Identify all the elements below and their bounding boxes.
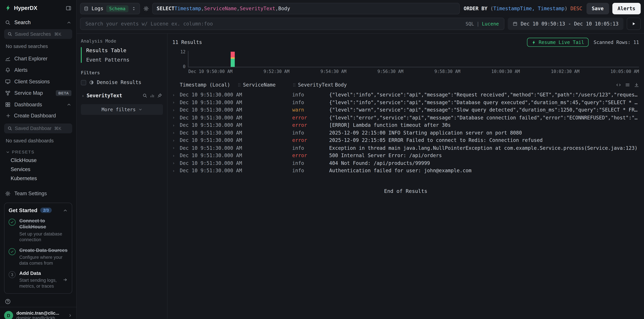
chevron-right-icon[interactable]: ›	[82, 93, 84, 98]
table-row[interactable]: › Dec 10 9:51:30.000 AM info {"level":"i…	[172, 91, 639, 99]
cell-body: {"level":"error","service":"api","messag…	[329, 115, 639, 120]
row-expand-chevron[interactable]: ›	[172, 93, 180, 97]
row-expand-chevron[interactable]: ›	[172, 161, 180, 165]
saved-searches-input[interactable]	[15, 31, 52, 37]
preset-item-services[interactable]: Services	[0, 165, 76, 174]
no-saved-searches-text: No saved searches	[0, 41, 76, 53]
step-desc: Configure where your data comes from	[19, 254, 68, 266]
col-header-body[interactable]: Body	[329, 82, 612, 88]
preset-item-kubernetes[interactable]: Kubernetes	[0, 174, 76, 183]
x-tick-label: 9:56:30 AM	[377, 69, 404, 74]
order-by-clause[interactable]: ORDER BY (TimestampTime, Timestamp) DESC	[463, 6, 583, 11]
collapse-sidebar-icon[interactable]	[66, 5, 71, 11]
event-search-box[interactable]: SQL | Lucene	[80, 17, 504, 30]
sql-select-input[interactable]: SELECT Timestamp,ServiceName,SeverityTex…	[152, 3, 460, 14]
filter-search-icon[interactable]	[142, 93, 147, 98]
table-row[interactable]: › Dec 10 9:51:30.000 AM info {"level":"i…	[172, 99, 639, 106]
search-input[interactable]	[86, 21, 462, 27]
row-expand-chevron[interactable]: ›	[172, 115, 180, 120]
saved-dashboards-input[interactable]	[15, 125, 52, 131]
sidebar-item-alerts[interactable]: Alerts	[0, 64, 76, 76]
get-started-step-add-data[interactable]: 3 Add Data Start sending logs, metrics, …	[8, 270, 68, 289]
table-row[interactable]: › Dec 10 9:51:30.000 AM info Authenticat…	[172, 167, 639, 175]
filter-group-severitytext[interactable]: › SeverityText	[81, 91, 163, 102]
row-expand-chevron[interactable]: ›	[172, 100, 180, 105]
get-started-step-sources[interactable]: Create Data Sources Configure where your…	[8, 247, 68, 266]
filter-chart-icon[interactable]	[150, 93, 155, 98]
get-started-step-connect[interactable]: Connect to ClickHouse Set up your databa…	[8, 218, 68, 243]
table-row[interactable]: › Dec 10 9:51:30.000 AM info 404 Not Fou…	[172, 159, 639, 167]
col-header-timestamp[interactable]: Timestamp (Local)	[180, 82, 237, 88]
sidebar-item-dashboards[interactable]: Dashboards	[0, 99, 76, 110]
sidebar-item-service-map[interactable]: Service Map BETA	[0, 87, 76, 99]
row-expand-chevron[interactable]: ›	[172, 169, 180, 173]
col-header-severitytext[interactable]: SeverityText	[292, 82, 329, 88]
chevron-right-icon	[68, 313, 72, 317]
sidebar-item-search[interactable]: Search	[0, 17, 76, 28]
query-toolbar: Logs Schema SELECT Timestamp,ServiceName…	[77, 0, 644, 16]
plus-icon	[6, 113, 10, 118]
saved-searches-box[interactable]: ⌘K	[4, 29, 72, 39]
chart-bar[interactable]	[230, 52, 234, 67]
filter-pin-icon[interactable]	[157, 93, 162, 98]
table-row[interactable]: › Dec 10 9:51:30.000 AM error 2025-12-09…	[172, 137, 639, 144]
drag-handle-icon[interactable]	[292, 83, 296, 87]
user-menu[interactable]: D dominic.tran@clic... dominic.tran@clic…	[0, 307, 76, 319]
events-histogram[interactable]: 12 0	[172, 51, 639, 67]
cell-severity: error	[292, 138, 329, 143]
source-settings-icon[interactable]	[143, 6, 149, 11]
time-range-picker[interactable]: Dec 10 09:50:13 - Dec 10 10:05:13	[508, 17, 624, 30]
chevron-up-icon[interactable]	[66, 20, 71, 25]
mode-sql-toggle[interactable]: SQL	[466, 21, 474, 27]
mode-lucene-toggle[interactable]: Lucene	[482, 21, 499, 27]
mode-event-patterns[interactable]: Event Patterns	[86, 57, 163, 63]
create-dashboard-button[interactable]: Create Dashboard	[0, 110, 76, 123]
filters-title: Filters	[81, 70, 163, 75]
resume-live-tail-button[interactable]: Resume Live Tail	[527, 38, 589, 47]
row-expand-chevron[interactable]: ›	[172, 146, 180, 150]
sidebar-item-label: Dashboards	[14, 102, 63, 107]
row-expand-chevron[interactable]: ›	[172, 130, 180, 135]
step-title: Create Data Sources	[19, 247, 68, 253]
schema-chip[interactable]: Schema	[106, 5, 128, 12]
source-selector[interactable]: Logs Schema	[80, 3, 140, 14]
table-row[interactable]: › Dec 10 9:51:30.000 AM error {"level":"…	[172, 114, 639, 121]
save-button[interactable]: Save	[586, 3, 609, 14]
sidebar-item-chart-explorer[interactable]: Chart Explorer	[0, 53, 76, 64]
preset-item-clickhouse[interactable]: ClickHouse	[0, 156, 76, 165]
download-icon[interactable]	[634, 82, 639, 87]
cell-body: 404 Not Found: /api/products/99999	[329, 160, 639, 166]
row-expand-chevron[interactable]: ›	[172, 138, 180, 143]
chevron-up-icon[interactable]	[63, 208, 68, 213]
saved-dashboards-box[interactable]: ⌘K	[4, 123, 72, 133]
cell-timestamp: Dec 10 9:51:30.000 AM	[180, 115, 237, 120]
app-root: HyperDX Search ⌘K No saved searches Char…	[0, 0, 644, 319]
table-row[interactable]: › Dec 10 9:51:30.000 AM info Exception i…	[172, 144, 639, 152]
row-expand-chevron[interactable]: ›	[172, 108, 180, 112]
row-expand-chevron[interactable]: ›	[172, 123, 180, 127]
sidebar-item-client-sessions[interactable]: Client Sessions	[0, 76, 76, 87]
help-icon[interactable]	[5, 299, 10, 304]
more-filters-button[interactable]: More filters	[81, 104, 163, 115]
table-row[interactable]: › Dec 10 9:51:30.000 AM info 2025-12-09 …	[172, 129, 639, 137]
code-view-icon[interactable]	[616, 82, 621, 87]
denoise-checkbox[interactable]	[81, 80, 86, 85]
run-query-button[interactable]	[627, 17, 641, 30]
col-header-servicename[interactable]: ServiceName	[237, 82, 292, 88]
table-row[interactable]: › Dec 10 9:51:30.000 AM error [ERROR] La…	[172, 121, 639, 129]
presets-header[interactable]: PRESETS	[0, 147, 76, 156]
alerts-button[interactable]: Alerts	[612, 3, 641, 14]
chevron-up-icon[interactable]	[66, 102, 71, 107]
chart-plot[interactable]	[188, 51, 639, 67]
cell-body: 500 Internal Server Error: /api/orders	[329, 153, 639, 158]
drag-handle-icon[interactable]	[237, 83, 241, 87]
row-expand-chevron[interactable]: ›	[172, 153, 180, 158]
table-row[interactable]: › Dec 10 9:51:30.000 AM warn {"level":"w…	[172, 106, 639, 114]
table-row[interactable]: › Dec 10 9:51:30.000 AM error 500 Intern…	[172, 152, 639, 159]
cell-timestamp: Dec 10 9:51:30.000 AM	[180, 92, 237, 98]
drag-handle-icon[interactable]	[329, 83, 333, 87]
denoise-results-toggle[interactable]: Denoise Results	[81, 80, 163, 85]
row-density-icon[interactable]	[625, 82, 630, 87]
sidebar-item-team-settings[interactable]: Team Settings	[0, 188, 76, 199]
mode-results-table[interactable]: Results Table	[86, 47, 163, 53]
